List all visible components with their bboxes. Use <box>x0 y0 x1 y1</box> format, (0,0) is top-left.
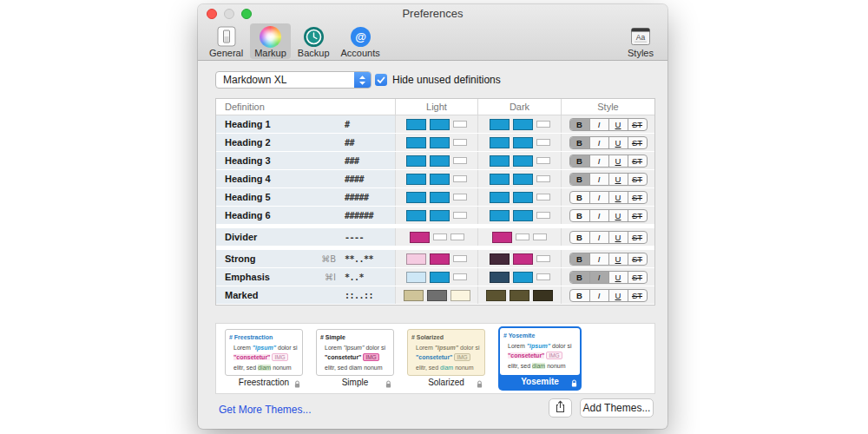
empty-swatch[interactable] <box>453 175 467 182</box>
style-italic-button[interactable]: I <box>589 290 608 301</box>
empty-swatch[interactable] <box>536 121 550 128</box>
column-header-dark[interactable]: Dark <box>478 99 562 115</box>
style-bold-button[interactable]: B <box>570 119 589 130</box>
color-swatch[interactable] <box>490 192 510 203</box>
toolbar-item-styles[interactable]: Aa Styles <box>623 23 658 59</box>
zoom-button[interactable] <box>241 9 252 19</box>
color-swatch[interactable] <box>430 272 450 283</box>
style-underline-button[interactable]: U <box>608 155 628 167</box>
theme-card-simple[interactable]: # Simple Lorem "ipsum" dolor si "consete… <box>316 329 394 390</box>
hide-unused-checkbox[interactable] <box>375 74 387 86</box>
style-bold-button[interactable]: B <box>570 210 589 221</box>
style-italic-button[interactable]: I <box>589 155 608 167</box>
color-swatch[interactable] <box>406 272 426 283</box>
color-swatch[interactable] <box>410 232 430 243</box>
color-swatch[interactable] <box>430 253 450 265</box>
color-swatch[interactable] <box>513 210 533 221</box>
empty-swatch[interactable] <box>453 255 467 262</box>
style-italic-button[interactable]: I <box>589 137 608 148</box>
close-button[interactable] <box>207 9 217 19</box>
color-swatch[interactable] <box>486 290 506 301</box>
style-strike-button[interactable]: ST <box>628 210 647 221</box>
color-swatch[interactable] <box>490 155 510 167</box>
table-row[interactable]: Heading 3###BIUST <box>216 152 654 170</box>
style-strike-button[interactable]: ST <box>628 119 647 130</box>
toolbar-item-accounts[interactable]: @ Accounts <box>337 23 385 59</box>
empty-swatch[interactable] <box>453 212 467 219</box>
color-swatch[interactable] <box>406 137 426 148</box>
color-swatch[interactable] <box>430 137 450 148</box>
color-swatch[interactable] <box>490 174 510 185</box>
style-underline-button[interactable]: U <box>608 290 628 301</box>
style-bold-button[interactable]: B <box>570 253 589 265</box>
color-swatch[interactable] <box>513 253 533 265</box>
color-swatch[interactable] <box>406 253 426 265</box>
empty-swatch[interactable] <box>453 157 467 164</box>
style-strike-button[interactable]: ST <box>628 192 647 203</box>
style-italic-button[interactable]: I <box>589 174 608 185</box>
color-swatch[interactable] <box>490 210 510 221</box>
style-italic-button[interactable]: I <box>589 272 608 283</box>
style-strike-button[interactable]: ST <box>628 272 647 283</box>
style-bold-button[interactable]: B <box>570 232 589 243</box>
style-underline-button[interactable]: U <box>608 210 628 221</box>
color-swatch[interactable] <box>427 290 447 301</box>
color-swatch[interactable] <box>430 174 450 185</box>
table-row[interactable]: Heading 5#####BIUST <box>216 188 654 207</box>
color-swatch[interactable] <box>430 119 450 130</box>
style-bold-button[interactable]: B <box>570 290 589 301</box>
color-swatch[interactable] <box>450 290 470 301</box>
style-underline-button[interactable]: U <box>608 192 628 203</box>
color-swatch[interactable] <box>490 253 510 265</box>
color-swatch[interactable] <box>492 232 512 243</box>
empty-swatch[interactable] <box>536 139 550 146</box>
table-row[interactable]: Heading 4####BIUST <box>216 170 654 188</box>
color-swatch[interactable] <box>533 290 553 301</box>
color-swatch[interactable] <box>430 210 450 221</box>
color-swatch[interactable] <box>513 155 533 167</box>
color-swatch[interactable] <box>490 119 510 130</box>
markup-style-select[interactable]: Markdown XL <box>215 71 372 89</box>
color-swatch[interactable] <box>513 119 533 130</box>
style-underline-button[interactable]: U <box>608 174 628 185</box>
color-swatch[interactable] <box>406 210 426 221</box>
add-themes-button[interactable]: Add Themes... <box>580 398 654 418</box>
theme-card-yosemite[interactable]: # Yosemite Lorem "ipsum" dolor si "conse… <box>498 326 582 391</box>
column-header-style[interactable]: Style <box>562 99 654 115</box>
toolbar-item-backup[interactable]: Backup <box>293 23 334 59</box>
table-row[interactable]: Divider----BIUST <box>216 228 654 247</box>
style-underline-button[interactable]: U <box>608 272 628 283</box>
empty-swatch[interactable] <box>536 175 550 182</box>
style-underline-button[interactable]: U <box>608 137 628 148</box>
empty-swatch[interactable] <box>433 233 447 240</box>
style-underline-button[interactable]: U <box>608 119 628 130</box>
color-swatch[interactable] <box>406 192 426 203</box>
theme-card-solarized[interactable]: # Solarized Lorem "ipsum" dolor si "cons… <box>407 329 485 390</box>
color-swatch[interactable] <box>513 137 533 148</box>
color-swatch[interactable] <box>406 174 426 185</box>
table-row[interactable]: Heading 1#BIUST <box>216 115 654 134</box>
titlebar[interactable]: Preferences <box>198 4 667 23</box>
color-swatch[interactable] <box>406 155 426 167</box>
style-bold-button[interactable]: B <box>570 174 589 185</box>
empty-swatch[interactable] <box>536 157 550 164</box>
color-swatch[interactable] <box>430 155 450 167</box>
get-more-themes-link[interactable]: Get More Themes... <box>219 404 311 416</box>
style-bold-button[interactable]: B <box>570 192 589 203</box>
table-row[interactable]: Marked::..::BIUST <box>216 286 654 305</box>
color-swatch[interactable] <box>513 272 533 283</box>
color-swatch[interactable] <box>510 290 529 301</box>
style-italic-button[interactable]: I <box>589 253 608 265</box>
color-swatch[interactable] <box>513 192 533 203</box>
style-italic-button[interactable]: I <box>589 210 608 221</box>
toolbar-item-general[interactable]: General <box>205 23 247 59</box>
style-strike-button[interactable]: ST <box>628 137 647 148</box>
column-header-light[interactable]: Light <box>396 99 478 115</box>
empty-swatch[interactable] <box>536 212 550 219</box>
empty-swatch[interactable] <box>453 121 467 128</box>
style-bold-button[interactable]: B <box>570 272 589 283</box>
style-strike-button[interactable]: ST <box>628 232 647 243</box>
empty-swatch[interactable] <box>536 194 550 201</box>
theme-card-freestraction[interactable]: # Freestraction Lorem "ipsum" dolor si "… <box>225 329 303 390</box>
table-row[interactable]: Heading 2##BIUST <box>216 134 654 152</box>
